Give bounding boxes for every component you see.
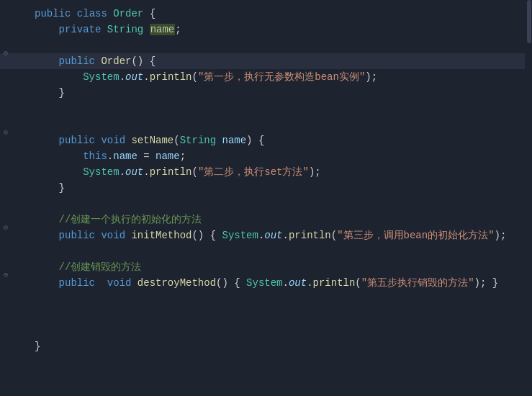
- fold-icon-9[interactable]: ⊖: [1, 128, 10, 137]
- code-line-2: private String name;: [0, 22, 532, 37]
- code-line-8: [0, 117, 532, 132]
- code-line-21: [0, 323, 532, 338]
- fold-icon-4[interactable]: ⊖: [1, 49, 10, 58]
- code-text-13: [30, 196, 532, 212]
- code-line-17: //创建销毁的方法: [0, 259, 532, 275]
- code-line-1: public class Order {: [0, 6, 532, 22]
- code-text-15: public void initMethod() { System.out.pr…: [30, 228, 532, 243]
- code-text-19: [30, 291, 532, 307]
- code-line-5: System.out.println("第一步，执行无参数构造bean实例");: [0, 69, 532, 85]
- code-editor: public class Order { private String name…: [0, 0, 532, 396]
- code-line-18: ⊖ public void destroyMethod() { System.o…: [0, 275, 532, 291]
- scrollbar[interactable]: [525, 0, 532, 396]
- code-text-7: [30, 101, 532, 117]
- code-text-14: //创建一个执行的初始化的方法: [30, 212, 532, 228]
- fold-icon-15[interactable]: ⊖: [1, 223, 10, 232]
- code-text-3: [30, 37, 532, 53]
- code-line-6: }: [0, 85, 532, 101]
- code-text-16: [30, 243, 532, 259]
- code-text-10: this.name = name;: [30, 148, 532, 164]
- code-line-13: [0, 196, 532, 212]
- code-line-11: System.out.println("第二步，执行set方法");: [0, 164, 532, 180]
- code-line-20: [0, 307, 532, 323]
- code-text-21: [30, 323, 532, 338]
- code-line-10: this.name = name;: [0, 148, 532, 164]
- code-text-20: [30, 307, 532, 323]
- code-text-17: //创建销毁的方法: [30, 259, 532, 275]
- code-text-4: public Order() {: [30, 53, 532, 69]
- code-text-22: }: [30, 338, 532, 354]
- code-line-9: ⊖ public void setName(String name) {: [0, 132, 532, 148]
- code-line-12: }: [0, 180, 532, 196]
- code-text-5: System.out.println("第一步，执行无参数构造bean实例");: [30, 69, 532, 85]
- code-area: public class Order { private String name…: [0, 0, 532, 360]
- code-text-6: }: [30, 85, 532, 101]
- code-line-3: [0, 37, 532, 53]
- code-line-19: [0, 291, 532, 307]
- code-line-14: //创建一个执行的初始化的方法: [0, 212, 532, 228]
- code-line-15: ⊖ public void initMethod() { System.out.…: [0, 228, 532, 243]
- code-line-4: ⊖ public Order() {: [0, 53, 532, 69]
- scrollbar-thumb[interactable]: [527, 0, 531, 43]
- code-line-22: }: [0, 338, 532, 354]
- code-text-12: }: [30, 180, 532, 196]
- code-text-1: public class Order {: [30, 6, 532, 22]
- code-text-2: private String name;: [30, 22, 532, 37]
- code-line-7: [0, 101, 532, 117]
- code-text-18: public void destroyMethod() { System.out…: [30, 275, 532, 291]
- code-line-16: [0, 243, 532, 259]
- code-text-11: System.out.println("第二步，执行set方法");: [30, 164, 532, 180]
- fold-icon-18[interactable]: ⊖: [1, 271, 10, 279]
- code-text-8: [30, 117, 532, 132]
- code-text-9: public void setName(String name) {: [30, 132, 532, 148]
